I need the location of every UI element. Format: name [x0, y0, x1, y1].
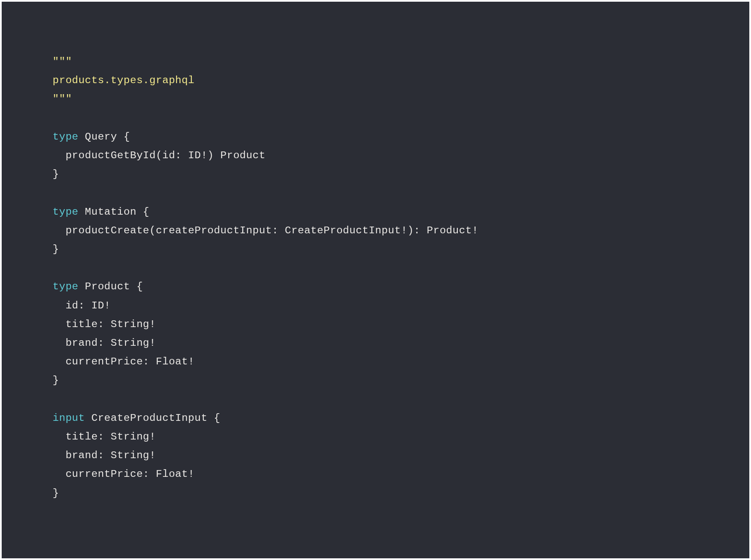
code-line: title: String!: [53, 315, 698, 334]
code-line: type Query {: [53, 128, 698, 146]
code-token: CreateProductInput {: [85, 412, 220, 424]
code-token: type: [53, 281, 78, 292]
code-line: brand: String!: [53, 446, 698, 465]
code-token: """: [53, 93, 72, 105]
code-line: [53, 109, 698, 128]
code-token: productGetById(id: ID!) Product: [53, 150, 266, 161]
code-token: }: [53, 244, 59, 255]
code-line: title: String!: [53, 428, 698, 446]
code-line: """: [53, 53, 698, 71]
code-token: type: [53, 206, 78, 218]
code-token: title: String!: [53, 319, 156, 330]
code-token: productCreate(createProductInput: Create…: [53, 225, 478, 236]
code-line: }: [53, 484, 698, 503]
code-token: }: [53, 487, 59, 499]
code-line: products.types.graphql: [53, 71, 698, 90]
code-line: brand: String!: [53, 334, 698, 353]
code-line: [53, 184, 698, 202]
code-token: brand: String!: [53, 337, 156, 349]
code-token: input: [53, 412, 85, 424]
code-token: title: String!: [53, 431, 156, 442]
code-token: Query {: [78, 131, 130, 143]
code-line: productCreate(createProductInput: Create…: [53, 221, 698, 240]
code-token: currentPrice: Float!: [53, 356, 194, 367]
code-line: [53, 259, 698, 277]
code-line: currentPrice: Float!: [53, 353, 698, 371]
code-token: brand: String!: [53, 450, 156, 461]
code-token: Mutation {: [78, 206, 149, 218]
code-line: type Mutation {: [53, 203, 698, 221]
code-line: """: [53, 90, 698, 109]
code-line: }: [53, 371, 698, 390]
code-line: [53, 390, 698, 409]
code-line: }: [53, 165, 698, 184]
code-token: id: ID!: [53, 300, 111, 311]
code-token: currentPrice: Float!: [53, 468, 194, 480]
code-token: Product {: [78, 281, 143, 292]
code-line: productGetById(id: ID!) Product: [53, 146, 698, 165]
code-token: """: [53, 56, 72, 67]
code-token: products.types.graphql: [53, 75, 194, 86]
code-line: input CreateProductInput {: [53, 409, 698, 428]
code-line: type Product {: [53, 277, 698, 296]
code-line: id: ID!: [53, 297, 698, 315]
code-token: }: [53, 168, 59, 180]
code-line: currentPrice: Float!: [53, 465, 698, 484]
code-line: }: [53, 240, 698, 259]
code-token: }: [53, 375, 59, 386]
code-token: type: [53, 131, 78, 143]
code-block: """products.types.graphql""" type Query …: [2, 2, 749, 558]
